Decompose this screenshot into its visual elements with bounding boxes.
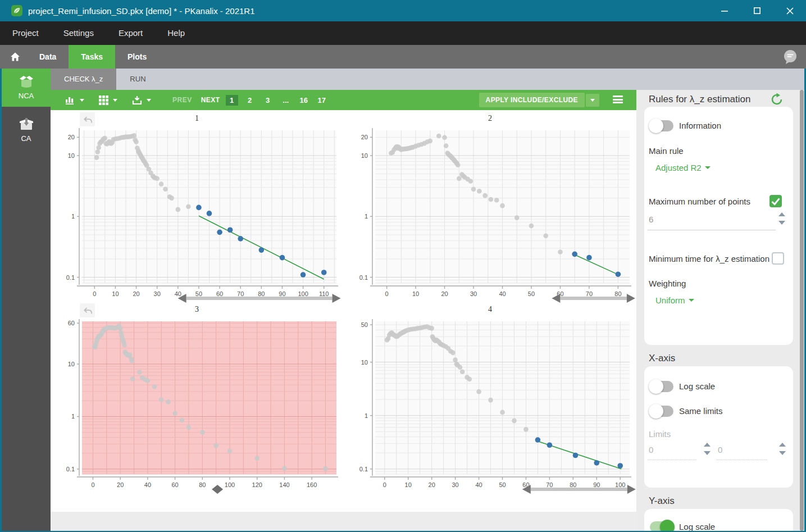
observation-point[interactable] <box>457 176 462 181</box>
xaxis-limit-min-increment[interactable] <box>704 443 711 447</box>
chevron-down-icon[interactable] <box>113 99 117 102</box>
xaxis-limit-max-input[interactable]: 0 <box>718 445 722 454</box>
reset-rules-button[interactable] <box>770 93 784 106</box>
observation-point[interactable] <box>488 398 493 403</box>
main-rule-select[interactable]: Adjusted R2 <box>655 163 711 172</box>
menu-help[interactable]: Help <box>155 21 197 45</box>
observation-point[interactable] <box>477 189 482 194</box>
lambda-z-point[interactable] <box>572 252 577 257</box>
tab-tasks[interactable]: Tasks <box>69 45 115 69</box>
lambda-z-point[interactable] <box>280 255 285 261</box>
observation-point[interactable] <box>186 204 191 209</box>
observation-point[interactable] <box>176 207 181 212</box>
information-toggle[interactable] <box>650 120 673 131</box>
minimize-button[interactable] <box>708 0 741 21</box>
observation-point[interactable] <box>494 198 499 203</box>
tab-data[interactable]: Data <box>27 45 69 69</box>
plot-x-scrollbar[interactable] <box>552 294 635 303</box>
observation-point[interactable] <box>442 135 447 140</box>
observation-point[interactable] <box>137 370 142 375</box>
yaxis-log-scale-toggle[interactable] <box>650 521 673 531</box>
lambda-z-point[interactable] <box>196 205 202 211</box>
lambda-z-point[interactable] <box>586 255 592 261</box>
observation-point[interactable] <box>543 233 548 238</box>
lambda-z-point[interactable] <box>227 227 233 233</box>
pager-page-16[interactable]: 16 <box>298 95 310 106</box>
sidebar-item-nca[interactable]: NCA <box>2 69 51 107</box>
observation-point[interactable] <box>122 343 127 348</box>
observation-point[interactable] <box>476 389 481 394</box>
plot-menu-button[interactable] <box>613 96 623 103</box>
collapsed-scrollbar-diamond[interactable] <box>212 485 223 494</box>
lambda-z-point[interactable] <box>547 442 553 448</box>
observation-point[interactable] <box>489 197 494 202</box>
menu-project[interactable]: Project <box>0 21 51 45</box>
home-button[interactable] <box>3 45 27 69</box>
subtab-run[interactable]: RUN <box>116 69 159 90</box>
comments-icon[interactable] <box>782 49 798 65</box>
weighting-select[interactable]: Uniform <box>655 295 694 305</box>
observation-point[interactable] <box>152 384 157 389</box>
sidebar-item-ca[interactable]: CA <box>2 112 51 147</box>
observation-point[interactable] <box>127 352 133 357</box>
grid-layout-button[interactable] <box>99 96 117 105</box>
observation-point[interactable] <box>523 427 529 432</box>
observation-point[interactable] <box>118 326 123 331</box>
observation-point[interactable] <box>428 139 433 144</box>
scroll-right-arrow-icon[interactable] <box>627 294 635 303</box>
lambda-z-point[interactable] <box>616 271 621 277</box>
observation-point[interactable] <box>458 365 463 370</box>
plot-canvas-2[interactable]: 201010.101020304050607080 <box>344 124 636 303</box>
observation-point[interactable] <box>460 369 465 374</box>
observation-point[interactable] <box>436 134 441 139</box>
xaxis-limit-min-decrement[interactable] <box>704 451 711 455</box>
lambda-z-point[interactable] <box>594 460 599 466</box>
undo-zoom-button[interactable] <box>80 112 95 126</box>
observation-point[interactable] <box>213 443 218 448</box>
observation-point[interactable] <box>482 193 488 198</box>
chevron-down-icon[interactable] <box>80 99 84 102</box>
observation-point[interactable] <box>282 466 287 471</box>
undo-zoom-button[interactable] <box>80 303 95 317</box>
pager-page-17[interactable]: 17 <box>316 95 328 106</box>
observation-point[interactable] <box>471 187 476 192</box>
chevron-down-icon[interactable] <box>147 99 151 102</box>
menu-export[interactable]: Export <box>106 21 155 45</box>
observation-point[interactable] <box>456 162 461 167</box>
pager-next[interactable]: NEXT <box>201 96 220 104</box>
observation-point[interactable] <box>227 449 233 454</box>
plot-canvas-1[interactable]: 201010.10102030405060708090100110 <box>51 124 343 303</box>
observation-point[interactable] <box>130 358 135 363</box>
scroll-right-arrow-icon[interactable] <box>627 485 636 494</box>
observation-point[interactable] <box>159 397 164 402</box>
lambda-z-point[interactable] <box>573 453 579 458</box>
max-points-input[interactable]: 6 <box>649 215 653 224</box>
lambda-z-point[interactable] <box>259 247 265 253</box>
observation-point[interactable] <box>163 187 168 192</box>
observation-point[interactable] <box>558 249 563 254</box>
observation-point[interactable] <box>514 215 520 220</box>
observation-point[interactable] <box>444 143 449 148</box>
observation-point[interactable] <box>94 155 99 160</box>
observation-point[interactable] <box>200 430 205 435</box>
lambda-z-point[interactable] <box>207 211 212 216</box>
observation-point[interactable] <box>169 195 174 201</box>
observation-point[interactable] <box>154 176 160 181</box>
lambda-z-point[interactable] <box>217 230 222 235</box>
observation-point[interactable] <box>130 376 135 381</box>
xaxis-limit-max-increment[interactable] <box>779 443 786 447</box>
pager-ellipsis[interactable]: ... <box>280 95 292 106</box>
max-points-increment[interactable] <box>778 212 785 216</box>
tab-plots[interactable]: Plots <box>115 45 159 69</box>
pager-page-2[interactable]: 2 <box>244 95 256 106</box>
lambda-z-point[interactable] <box>238 236 243 242</box>
pager-page-3[interactable]: 3 <box>262 95 274 106</box>
observation-point[interactable] <box>323 466 328 471</box>
observation-point[interactable] <box>512 419 517 424</box>
xaxis-limit-min-input[interactable]: 0 <box>649 445 653 454</box>
observation-point[interactable] <box>500 410 505 415</box>
export-plot-button[interactable] <box>132 96 151 105</box>
observation-point[interactable] <box>453 357 458 362</box>
observation-point[interactable] <box>450 351 456 356</box>
min-time-checkbox[interactable] <box>772 252 784 265</box>
